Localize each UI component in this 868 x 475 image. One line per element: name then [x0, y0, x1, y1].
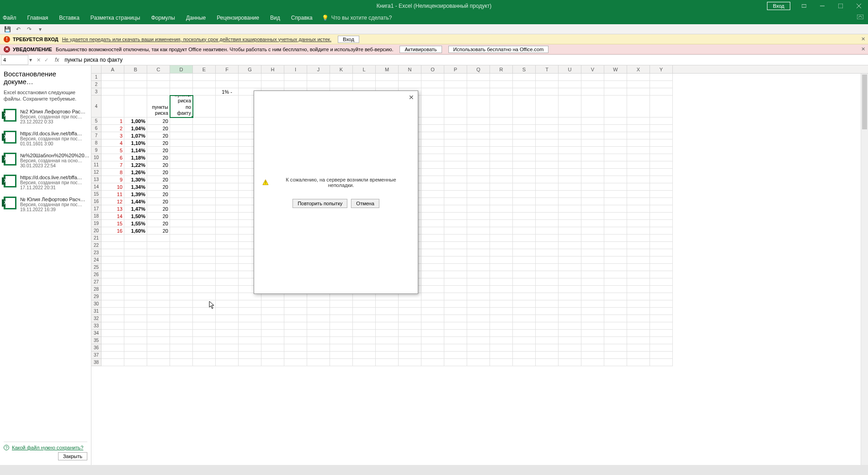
cell[interactable]	[490, 117, 513, 125]
cell[interactable]	[193, 352, 216, 359]
cell[interactable]: 1,39%	[124, 191, 147, 198]
cell[interactable]	[170, 169, 193, 176]
cell[interactable]	[513, 117, 536, 125]
minimize-icon[interactable]	[813, 0, 831, 11]
cell[interactable]: 10	[101, 183, 124, 191]
cell[interactable]	[376, 308, 399, 315]
cell[interactable]	[307, 352, 330, 359]
cell[interactable]	[581, 220, 604, 227]
cell[interactable]	[421, 322, 444, 330]
cell[interactable]	[581, 271, 604, 278]
cell[interactable]	[627, 169, 650, 176]
cell[interactable]	[330, 81, 353, 88]
cell[interactable]	[467, 147, 490, 154]
cell[interactable]	[421, 96, 444, 117]
cell[interactable]	[421, 337, 444, 344]
cell[interactable]	[193, 337, 216, 344]
cell[interactable]	[421, 286, 444, 293]
cell[interactable]	[490, 213, 513, 220]
cell[interactable]	[650, 154, 673, 161]
cell[interactable]	[101, 81, 124, 88]
cell[interactable]	[216, 256, 239, 264]
cell[interactable]	[330, 300, 353, 308]
cell[interactable]	[513, 132, 536, 139]
cell[interactable]	[490, 205, 513, 213]
cell[interactable]	[147, 271, 170, 278]
cell[interactable]	[147, 293, 170, 300]
cell[interactable]	[467, 169, 490, 176]
column-header[interactable]: W	[604, 65, 627, 73]
cell[interactable]	[421, 352, 444, 359]
cell[interactable]	[101, 315, 124, 322]
tab-file[interactable]: Файл	[0, 11, 22, 24]
cell[interactable]	[650, 352, 673, 359]
row-header[interactable]: 12	[91, 169, 101, 176]
cell[interactable]	[559, 271, 581, 278]
cell[interactable]	[536, 359, 559, 366]
cell[interactable]	[467, 154, 490, 161]
cell[interactable]	[101, 271, 124, 278]
cell[interactable]	[627, 286, 650, 293]
cell[interactable]	[650, 176, 673, 183]
cell[interactable]	[627, 249, 650, 256]
cell[interactable]	[170, 154, 193, 161]
cell[interactable]	[170, 220, 193, 227]
cell[interactable]	[353, 300, 376, 308]
cell[interactable]	[193, 235, 216, 242]
cell[interactable]	[467, 330, 490, 337]
cell[interactable]	[193, 213, 216, 220]
cell[interactable]	[444, 117, 467, 125]
cell[interactable]	[307, 300, 330, 308]
cell[interactable]	[604, 235, 627, 242]
cell[interactable]	[216, 147, 239, 154]
cell[interactable]	[604, 359, 627, 366]
cell[interactable]	[650, 337, 673, 344]
cell[interactable]	[536, 117, 559, 125]
cell[interactable]	[376, 359, 399, 366]
cell[interactable]	[467, 315, 490, 322]
cell[interactable]	[650, 322, 673, 330]
cell[interactable]	[513, 293, 536, 300]
cell[interactable]	[627, 352, 650, 359]
cell[interactable]	[559, 176, 581, 183]
cell[interactable]	[239, 293, 261, 300]
cell[interactable]	[170, 352, 193, 359]
row-header[interactable]: 7	[91, 132, 101, 139]
row-header[interactable]: 3	[91, 88, 101, 96]
cell[interactable]	[330, 74, 353, 81]
cell[interactable]	[421, 88, 444, 96]
cell[interactable]	[650, 359, 673, 366]
cell[interactable]	[513, 161, 536, 169]
cell[interactable]	[216, 227, 239, 235]
cell[interactable]	[330, 330, 353, 337]
cell[interactable]	[650, 205, 673, 213]
cell[interactable]	[513, 271, 536, 278]
close-icon[interactable]	[850, 0, 868, 11]
cell[interactable]	[193, 359, 216, 366]
cell[interactable]	[536, 256, 559, 264]
cell[interactable]	[604, 154, 627, 161]
column-header[interactable]: P	[444, 65, 467, 73]
cell[interactable]	[330, 293, 353, 300]
cell[interactable]	[376, 315, 399, 322]
cell[interactable]	[650, 117, 673, 125]
cell[interactable]	[147, 300, 170, 308]
cell[interactable]	[444, 227, 467, 235]
cell[interactable]	[216, 205, 239, 213]
cell[interactable]	[170, 300, 193, 308]
cell[interactable]	[627, 256, 650, 264]
cell[interactable]	[604, 315, 627, 322]
cell[interactable]	[170, 191, 193, 198]
cell[interactable]	[536, 176, 559, 183]
cell[interactable]: 1	[101, 117, 124, 125]
cell[interactable]	[604, 96, 627, 117]
cell[interactable]	[467, 161, 490, 169]
cell[interactable]	[581, 117, 604, 125]
cell[interactable]	[239, 344, 261, 352]
cell[interactable]: 12	[101, 198, 124, 205]
cell[interactable]	[467, 286, 490, 293]
cell[interactable]	[170, 315, 193, 322]
cell[interactable]	[650, 278, 673, 286]
cell[interactable]	[307, 337, 330, 344]
cell[interactable]	[124, 235, 147, 242]
